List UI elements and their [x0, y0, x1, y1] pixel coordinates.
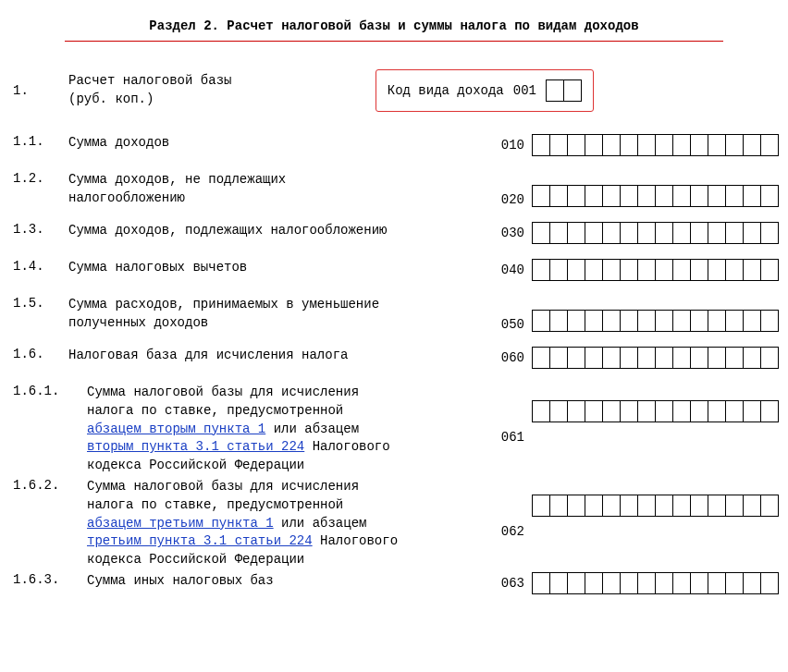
- input-cell[interactable]: [760, 400, 779, 422]
- input-cell[interactable]: [690, 400, 708, 422]
- input-cell[interactable]: [743, 572, 761, 594]
- link-abz-second-p1[interactable]: абзацем вторым пункта 1: [87, 422, 265, 436]
- input-cell[interactable]: [637, 400, 656, 422]
- input-cell[interactable]: [672, 185, 691, 207]
- input-cell[interactable]: [585, 310, 603, 332]
- input-cell[interactable]: [585, 572, 603, 594]
- input-cell[interactable]: [567, 222, 585, 244]
- link-third-p31-224[interactable]: третьим пункта 3.1 статьи 224: [87, 533, 313, 548]
- input-cell[interactable]: [672, 259, 691, 281]
- input-cell[interactable]: [725, 572, 744, 594]
- input-cell[interactable]: [725, 400, 744, 422]
- input-cell[interactable]: [585, 185, 603, 207]
- input-cell[interactable]: [585, 259, 603, 281]
- input-cell[interactable]: [708, 347, 726, 369]
- input-cell[interactable]: [655, 347, 673, 369]
- input-cell[interactable]: [620, 259, 638, 281]
- input-cell[interactable]: [672, 134, 691, 156]
- input-cell[interactable]: [725, 310, 744, 332]
- input-cell[interactable]: [655, 222, 673, 244]
- input-cell[interactable]: [602, 572, 621, 594]
- input-cell[interactable]: [585, 222, 603, 244]
- input-cell[interactable]: [549, 495, 568, 517]
- input-cell[interactable]: [690, 572, 708, 594]
- input-cell[interactable]: [620, 185, 638, 207]
- input-cell[interactable]: [743, 310, 761, 332]
- input-cell[interactable]: [549, 222, 568, 244]
- input-cell[interactable]: [567, 134, 585, 156]
- input-cell[interactable]: [620, 347, 638, 369]
- input-cell[interactable]: [567, 572, 585, 594]
- input-cell[interactable]: [620, 400, 638, 422]
- input-cell[interactable]: [690, 134, 708, 156]
- input-cell[interactable]: [585, 495, 603, 517]
- input-cell[interactable]: [585, 134, 603, 156]
- input-cell[interactable]: [585, 400, 603, 422]
- input-cell[interactable]: [602, 310, 621, 332]
- input-cell[interactable]: [620, 495, 638, 517]
- input-cell[interactable]: [725, 495, 744, 517]
- input-cell[interactable]: [637, 310, 656, 332]
- input-cell[interactable]: [708, 572, 726, 594]
- input-cell[interactable]: [672, 222, 691, 244]
- input-cell[interactable]: [672, 347, 691, 369]
- input-cell[interactable]: [549, 134, 568, 156]
- input-cell[interactable]: [620, 134, 638, 156]
- input-cell[interactable]: [690, 310, 708, 332]
- input-cell[interactable]: [672, 572, 691, 594]
- input-cell[interactable]: [655, 495, 673, 517]
- input-cell[interactable]: [760, 572, 779, 594]
- input-cell[interactable]: [563, 79, 582, 102]
- input-cell[interactable]: [743, 495, 761, 517]
- link-abz-third-p1[interactable]: абзацем третьим пункта 1: [87, 516, 274, 531]
- input-cell[interactable]: [602, 185, 621, 207]
- input-cell[interactable]: [567, 310, 585, 332]
- input-cell[interactable]: [725, 347, 744, 369]
- input-cell[interactable]: [725, 222, 744, 244]
- input-cell[interactable]: [549, 347, 568, 369]
- input-cell[interactable]: [743, 185, 761, 207]
- input-cell[interactable]: [760, 134, 779, 156]
- link-second-p31-224[interactable]: вторым пункта 3.1 статьи 224: [87, 439, 304, 454]
- input-cell[interactable]: [655, 259, 673, 281]
- input-cell[interactable]: [532, 572, 550, 594]
- input-cell[interactable]: [585, 347, 603, 369]
- input-cell[interactable]: [760, 495, 779, 517]
- input-cell[interactable]: [655, 310, 673, 332]
- input-cell[interactable]: [567, 259, 585, 281]
- input-cell[interactable]: [549, 400, 568, 422]
- input-cell[interactable]: [743, 259, 761, 281]
- input-cell[interactable]: [567, 495, 585, 517]
- input-cell[interactable]: [708, 400, 726, 422]
- input-cell[interactable]: [637, 495, 656, 517]
- input-cell[interactable]: [637, 185, 656, 207]
- input-cell[interactable]: [760, 310, 779, 332]
- input-cell[interactable]: [690, 347, 708, 369]
- input-cell[interactable]: [708, 185, 726, 207]
- input-cell[interactable]: [655, 185, 673, 207]
- input-cell[interactable]: [743, 222, 761, 244]
- input-cell[interactable]: [532, 185, 550, 207]
- input-cell[interactable]: [708, 222, 726, 244]
- input-cell[interactable]: [708, 259, 726, 281]
- input-cell[interactable]: [672, 400, 691, 422]
- input-cell[interactable]: [549, 185, 568, 207]
- input-cell[interactable]: [725, 134, 744, 156]
- input-cell[interactable]: [602, 222, 621, 244]
- input-cell[interactable]: [620, 222, 638, 244]
- input-cell[interactable]: [620, 572, 638, 594]
- input-cell[interactable]: [637, 134, 656, 156]
- input-cell[interactable]: [549, 572, 568, 594]
- input-cell[interactable]: [532, 400, 550, 422]
- input-cell[interactable]: [602, 495, 621, 517]
- input-cell[interactable]: [602, 347, 621, 369]
- input-cell[interactable]: [760, 347, 779, 369]
- input-cell[interactable]: [532, 310, 550, 332]
- input-cell[interactable]: [725, 185, 744, 207]
- input-cell[interactable]: [567, 400, 585, 422]
- input-cell[interactable]: [760, 185, 779, 207]
- input-cell[interactable]: [690, 259, 708, 281]
- input-cell[interactable]: [532, 134, 550, 156]
- input-cell[interactable]: [743, 347, 761, 369]
- input-cell[interactable]: [532, 222, 550, 244]
